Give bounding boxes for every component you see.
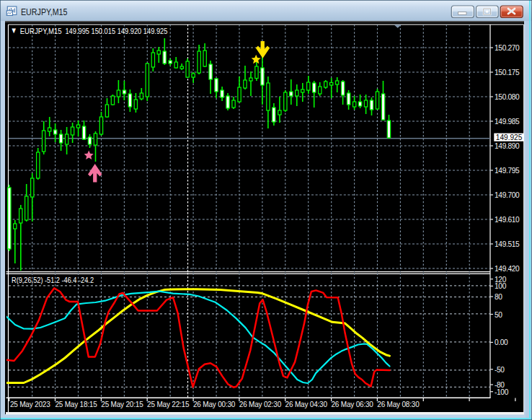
svg-text:-50: -50 bbox=[495, 366, 505, 374]
svg-text:150.175: 150.175 bbox=[495, 69, 520, 76]
svg-text:26 May 02:30: 26 May 02:30 bbox=[239, 401, 282, 408]
svg-text:149.420: 149.420 bbox=[495, 265, 520, 273]
svg-text:25 May 22:15: 25 May 22:15 bbox=[147, 401, 190, 408]
svg-text:50: 50 bbox=[495, 311, 502, 319]
svg-text:0.00: 0.00 bbox=[495, 338, 508, 346]
svg-text:149.795: 149.795 bbox=[495, 167, 520, 175]
svg-text:149.925: 149.925 bbox=[496, 133, 523, 141]
svg-text:80: 80 bbox=[495, 293, 502, 301]
svg-text:149.890: 149.890 bbox=[495, 142, 520, 150]
svg-text:26 May 00:30: 26 May 00:30 bbox=[193, 401, 236, 408]
svg-text:149.610: 149.610 bbox=[495, 216, 520, 224]
svg-text:150.270: 150.270 bbox=[495, 44, 520, 52]
svg-text:-100: -100 bbox=[495, 388, 509, 396]
svg-text:25 May 18:15: 25 May 18:15 bbox=[55, 401, 97, 408]
svg-text:149.700: 149.700 bbox=[495, 191, 520, 199]
svg-text:25 May 20:15: 25 May 20:15 bbox=[101, 401, 143, 408]
svg-text:26 May 04:30: 26 May 04:30 bbox=[285, 401, 328, 408]
svg-text:26 May 06:30: 26 May 06:30 bbox=[331, 401, 373, 408]
svg-text:149.995 150.015 149.920 149.92: 149.995 150.015 149.920 149.925 bbox=[65, 27, 167, 35]
svg-text:26 May 08:30: 26 May 08:30 bbox=[377, 401, 420, 408]
svg-text:150.080: 150.080 bbox=[495, 93, 520, 101]
svg-text:R(9,26,52) -51.2 -46.4 -24.2: R(9,26,52) -51.2 -46.4 -24.2 bbox=[12, 276, 94, 284]
svg-text:25 May 2023: 25 May 2023 bbox=[10, 401, 50, 408]
svg-text:EURJPY,M15: EURJPY,M15 bbox=[21, 7, 68, 17]
svg-text:149.985: 149.985 bbox=[495, 118, 520, 126]
svg-text:▼: ▼ bbox=[11, 26, 17, 35]
svg-text:149.515: 149.515 bbox=[495, 240, 520, 248]
svg-text:100: 100 bbox=[495, 282, 507, 290]
svg-text:EURJPY,M15: EURJPY,M15 bbox=[20, 27, 62, 35]
